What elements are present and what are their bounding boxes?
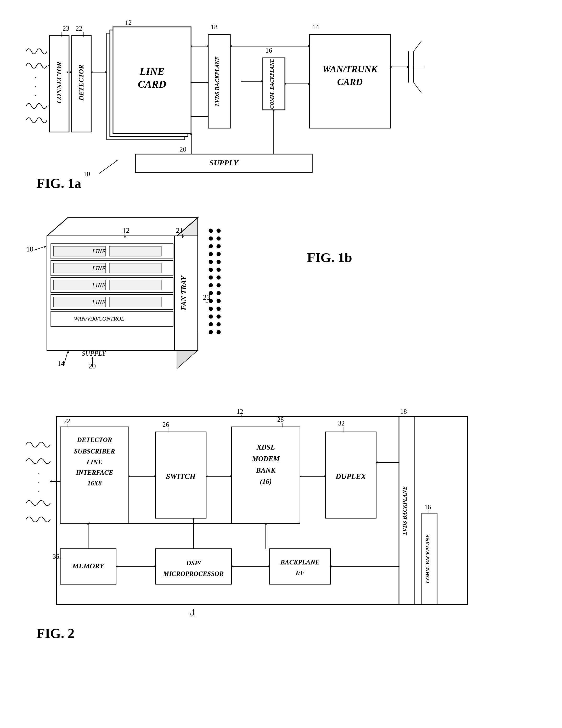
svg-point-83 (209, 276, 213, 280)
svg-text:·: · (34, 74, 36, 82)
svg-point-76 (216, 244, 221, 248)
ref-23-1b: 23 (203, 293, 210, 301)
slot3-label: LINE (92, 282, 106, 288)
ref-26-fig2: 26 (162, 421, 169, 428)
svg-line-99 (34, 246, 46, 250)
page: · · · CONNECTOR DETECTOR LINE CARD LV (0, 0, 562, 728)
svg-text:(16): (16) (260, 478, 272, 485)
svg-marker-109 (91, 357, 93, 359)
ref-22: 22 (76, 25, 82, 32)
supply-1b-label: SUPPLY (82, 350, 106, 357)
svg-point-71 (209, 229, 213, 233)
svg-text:16X8: 16X8 (87, 480, 102, 487)
lvds-label: LVDS BACKPLANE (214, 56, 220, 107)
svg-point-73 (209, 236, 213, 240)
fig2-section: · · · DETECTOR SUBSCRIBER LINE INTERFACE… (21, 408, 541, 644)
ref-18: 18 (211, 23, 218, 31)
svg-marker-177 (193, 609, 195, 611)
svg-text:DSP/: DSP/ (186, 559, 201, 567)
svg-rect-138 (269, 549, 330, 584)
svg-text:·: · (34, 82, 36, 91)
ref-23: 23 (63, 25, 69, 32)
ref-12-1b: 12 (122, 226, 130, 234)
svg-point-98 (216, 330, 221, 334)
svg-text:DUPLEX: DUPLEX (335, 472, 366, 480)
detector-label: DETECTOR (77, 65, 85, 101)
ref-34-fig2: 34 (188, 612, 195, 619)
svg-text:SUBSCRIBER: SUBSCRIBER (74, 448, 115, 455)
svg-point-97 (209, 330, 213, 334)
svg-text:INTERFACE: INTERFACE (76, 469, 113, 476)
wan-trunk-line2: CARD (337, 77, 363, 87)
svg-point-86 (216, 283, 221, 287)
slot4-label: LINE (92, 299, 106, 305)
svg-line-49 (99, 161, 117, 174)
svg-text:·: · (37, 469, 39, 478)
svg-point-92 (216, 307, 221, 311)
connector-label: CONNECTOR (55, 62, 63, 103)
svg-text:LVDS BACKPLANE: LVDS BACKPLANE (402, 486, 408, 535)
svg-text:SWITCH: SWITCH (166, 472, 196, 480)
ref-12: 12 (125, 19, 132, 26)
fan-tray-label: FAN TRAY (179, 275, 188, 311)
ref-10-1b: 10 (26, 245, 33, 253)
svg-point-79 (209, 260, 213, 264)
vent-holes (209, 229, 221, 334)
svg-text:XDSL: XDSL (256, 443, 275, 451)
svg-point-82 (216, 268, 221, 272)
svg-point-91 (209, 307, 213, 311)
ref-22-fig2: 22 (64, 417, 70, 424)
svg-point-94 (216, 315, 221, 319)
supply-label: SUPPLY (209, 158, 239, 167)
svg-rect-68 (109, 297, 161, 307)
svg-marker-143 (50, 480, 52, 483)
fig2-svg: · · · DETECTOR SUBSCRIBER LINE INTERFACE… (21, 408, 541, 633)
svg-line-106 (64, 352, 68, 365)
ref-18-fig2: 18 (400, 408, 407, 415)
coil-group: · · · (26, 49, 47, 123)
fig1b-svg: LINE LINE LINE LINE WAN/V.90/CONTROL FAN… (21, 209, 541, 387)
svg-text:LINE: LINE (86, 458, 102, 466)
wan-control-label: WAN/V.90/CONTROL (74, 316, 124, 322)
svg-text:BACKPLANE: BACKPLANE (280, 559, 320, 566)
fig1a-svg: · · · CONNECTOR DETECTOR LINE CARD LV (21, 16, 541, 194)
svg-rect-62 (109, 263, 161, 273)
svg-text:BANK: BANK (256, 466, 276, 474)
svg-rect-59 (109, 246, 161, 256)
fig1a-section: · · · CONNECTOR DETECTOR LINE CARD LV (21, 16, 541, 194)
ref-36-fig2: 36 (53, 553, 59, 560)
svg-point-77 (209, 252, 213, 256)
svg-point-88 (216, 291, 221, 295)
svg-point-96 (216, 322, 221, 326)
svg-text:MICROPROCESSOR: MICROPROCESSOR (163, 570, 224, 577)
svg-point-75 (209, 244, 213, 248)
wan-trunk-line1: WAN/TRUNK (322, 64, 378, 74)
svg-point-80 (216, 260, 221, 264)
svg-rect-65 (109, 280, 161, 290)
fig2-label: FIG. 2 (37, 626, 74, 641)
svg-text:I/F: I/F (295, 569, 305, 576)
svg-text:·: · (37, 478, 39, 487)
slot1-label: LINE (92, 248, 106, 255)
ref-16-fig2: 16 (424, 503, 431, 511)
svg-marker-107 (67, 351, 69, 353)
svg-point-81 (209, 268, 213, 272)
svg-point-74 (216, 236, 221, 240)
ref-32-fig2: 32 (338, 420, 345, 427)
svg-text:·: · (34, 92, 36, 100)
svg-line-42 (414, 41, 421, 51)
ref-14: 14 (312, 23, 319, 31)
svg-point-90 (216, 299, 221, 303)
fig1a-label: FIG. 1a (37, 176, 81, 191)
svg-text:DETECTOR: DETECTOR (77, 436, 112, 443)
svg-point-85 (209, 283, 213, 287)
ref-20-1b: 20 (88, 362, 96, 370)
ref-28-fig2: 28 (277, 416, 284, 423)
svg-point-72 (216, 229, 221, 233)
ref-10: 10 (83, 170, 90, 178)
svg-point-93 (209, 315, 213, 319)
svg-rect-122 (232, 427, 300, 523)
svg-line-44 (414, 83, 421, 93)
svg-text:MODEM: MODEM (252, 455, 280, 463)
fig1b-section: LINE LINE LINE LINE WAN/V.90/CONTROL FAN… (21, 209, 541, 393)
